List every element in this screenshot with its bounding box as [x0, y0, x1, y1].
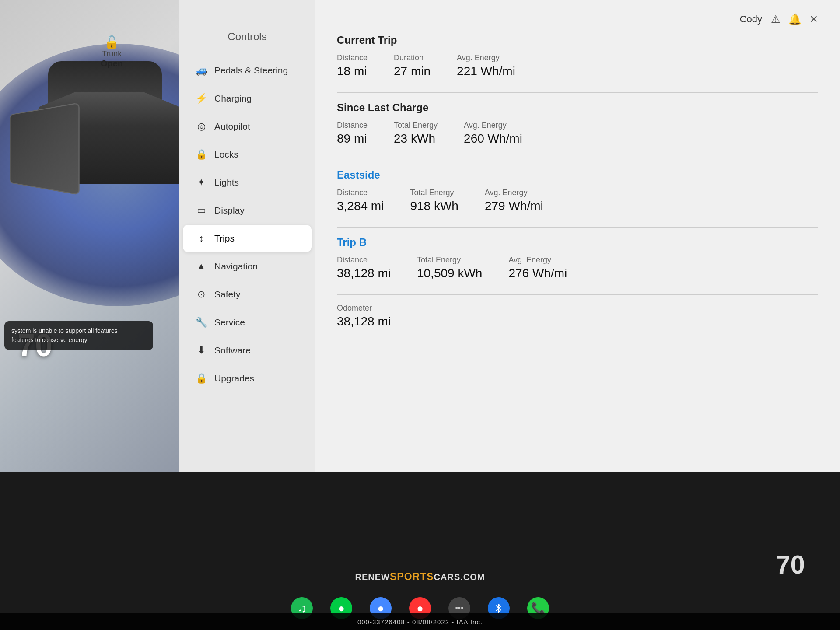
- divider-1: [337, 92, 818, 93]
- navigation-icon: ▲: [195, 261, 207, 272]
- sidebar-item-display[interactable]: ▭ Display: [183, 197, 312, 224]
- sidebar-lights-label: Lights: [214, 177, 239, 188]
- since-charge-avg-energy-value: 260 Wh/mi: [464, 132, 522, 146]
- sidebar-display-label: Display: [214, 205, 245, 216]
- sidebar-charging-label: Charging: [214, 93, 252, 104]
- since-last-charge-stats: Distance 89 mi Total Energy 23 kWh Avg. …: [337, 121, 818, 146]
- content-area: Cody ⚠ 🔔 ✕ Current Trip Distance 18 mi D…: [315, 0, 840, 472]
- trip-b-distance-value: 38,128 mi: [337, 266, 391, 280]
- current-trip-distance: Distance 18 mi: [337, 53, 368, 78]
- warning-icon: ⚠: [771, 13, 780, 25]
- eastside-stats: Distance 3,284 mi Total Energy 918 kWh A…: [337, 188, 818, 213]
- user-name: Cody: [740, 14, 762, 25]
- current-trip-avg-energy-label: Avg. Energy: [457, 53, 515, 63]
- software-icon: ⬇: [195, 345, 207, 356]
- current-trip-avg-energy: Avg. Energy 221 Wh/mi: [457, 53, 515, 78]
- sidebar-item-locks[interactable]: 🔒 Locks: [183, 141, 312, 168]
- current-trip-section: Current Trip Distance 18 mi Duration 27 …: [337, 34, 818, 78]
- eastside-distance-label: Distance: [337, 188, 384, 197]
- since-charge-avg-energy: Avg. Energy 260 Wh/mi: [464, 121, 522, 146]
- eastside-distance: Distance 3,284 mi: [337, 188, 384, 213]
- watermark-renew: RENEW: [355, 572, 390, 582]
- since-charge-total-energy-value: 23 kWh: [394, 132, 438, 146]
- since-charge-total-energy-label: Total Energy: [394, 121, 438, 130]
- pedals-icon: 🚙: [195, 65, 207, 76]
- sidebar-item-service[interactable]: 🔧 Service: [183, 309, 312, 336]
- charging-icon: ⚡: [195, 93, 207, 104]
- car-door: [10, 102, 79, 195]
- current-trip-stats: Distance 18 mi Duration 27 min Avg. Ener…: [337, 53, 818, 78]
- current-trip-distance-value: 18 mi: [337, 64, 368, 78]
- trip-b-title[interactable]: Trip B: [337, 236, 818, 248]
- sidebar-autopilot-label: Autopilot: [214, 121, 250, 132]
- trip-b-avg-energy: Avg. Energy 276 Wh/mi: [508, 256, 567, 280]
- odometer-label: Odometer: [337, 304, 391, 313]
- since-charge-distance-value: 89 mi: [337, 132, 368, 146]
- warning-line1: system is unable to support all features: [11, 326, 146, 336]
- odometer-value: 38,128 mi: [337, 315, 391, 329]
- sidebar-item-autopilot[interactable]: ◎ Autopilot: [183, 113, 312, 140]
- current-trip-duration: Duration 27 min: [394, 53, 430, 78]
- trip-b-stats: Distance 38,128 mi Total Energy 10,509 k…: [337, 256, 818, 280]
- watermark-sports: SPORTS: [390, 571, 434, 582]
- trip-b-distance: Distance 38,128 mi: [337, 256, 391, 280]
- sidebar-trips-label: Trips: [214, 233, 234, 244]
- sidebar-item-charging[interactable]: ⚡ Charging: [183, 85, 312, 112]
- watermark-overlay: RENEWSPORTSCARS.COM: [0, 571, 840, 583]
- trunk-status: 🔓 Trunk Open: [101, 35, 123, 69]
- sidebar-item-software[interactable]: ⬇ Software: [183, 337, 312, 364]
- eastside-avg-energy-value: 279 Wh/mi: [485, 199, 543, 213]
- warning-line2: features to conserve energy: [11, 336, 146, 345]
- trips-icon: ↕: [195, 233, 207, 244]
- sidebar-upgrades-label: Upgrades: [214, 373, 254, 384]
- sidebar-nav: Controls 🚙 Pedals & Steering ⚡ Charging …: [179, 0, 315, 472]
- divider-2: [337, 160, 818, 160]
- trip-b-total-energy: Total Energy 10,509 kWh: [417, 256, 482, 280]
- since-charge-distance: Distance 89 mi: [337, 121, 368, 146]
- odometer-group: Odometer 38,128 mi: [337, 304, 391, 329]
- divider-3: [337, 227, 818, 228]
- sidebar-software-label: Software: [214, 345, 251, 356]
- since-charge-distance-label: Distance: [337, 121, 368, 130]
- sidebar-locks-label: Locks: [214, 149, 238, 160]
- lights-icon: ✦: [195, 177, 207, 188]
- since-last-charge-section: Since Last Charge Distance 89 mi Total E…: [337, 102, 818, 146]
- since-charge-total-energy: Total Energy 23 kWh: [394, 121, 438, 146]
- eastside-distance-value: 3,284 mi: [337, 199, 384, 213]
- trip-b-total-energy-label: Total Energy: [417, 256, 482, 265]
- trip-b-total-energy-value: 10,509 kWh: [417, 266, 482, 280]
- sidebar-navigation-label: Navigation: [214, 261, 258, 272]
- upgrades-icon: 🔒: [195, 373, 207, 384]
- sidebar-item-pedals[interactable]: 🚙 Pedals & Steering: [183, 57, 312, 84]
- sidebar-item-lights[interactable]: ✦ Lights: [183, 169, 312, 196]
- sidebar-item-navigation[interactable]: ▲ Navigation: [183, 253, 312, 280]
- current-trip-distance-label: Distance: [337, 53, 368, 63]
- sidebar-item-trips[interactable]: ↕ Trips: [183, 225, 312, 252]
- locks-icon: 🔒: [195, 149, 207, 160]
- trunk-label: Trunk: [101, 49, 123, 59]
- bell-icon: 🔔: [788, 13, 802, 25]
- trunk-value: Open: [101, 59, 123, 69]
- current-trip-avg-energy-value: 221 Wh/mi: [457, 64, 515, 78]
- header-icons: ⚠ 🔔 ✕: [771, 13, 818, 25]
- eastside-title[interactable]: Eastside: [337, 169, 818, 181]
- watermark-cars: CARS.COM: [434, 572, 485, 582]
- safety-icon: ⊙: [195, 289, 207, 300]
- autopilot-icon: ◎: [195, 121, 207, 132]
- service-icon: 🔧: [195, 317, 207, 328]
- trip-b-distance-label: Distance: [337, 256, 391, 265]
- system-warning-message: system is unable to support all features…: [4, 321, 153, 350]
- trip-b-avg-energy-value: 276 Wh/mi: [508, 266, 567, 280]
- sidebar-item-upgrades[interactable]: 🔒 Upgrades: [183, 365, 312, 392]
- trunk-icon: 🔓: [101, 35, 123, 49]
- eastside-avg-energy-label: Avg. Energy: [485, 188, 543, 197]
- display-icon: ▭: [195, 205, 207, 216]
- sidebar-service-label: Service: [214, 317, 245, 328]
- trip-b-avg-energy-label: Avg. Energy: [508, 256, 567, 265]
- odometer-section: Odometer 38,128 mi: [337, 304, 818, 329]
- since-charge-avg-energy-label: Avg. Energy: [464, 121, 522, 130]
- current-trip-title: Current Trip: [337, 34, 818, 46]
- odometer-stats: Odometer 38,128 mi: [337, 304, 818, 329]
- sidebar-item-safety[interactable]: ⊙ Safety: [183, 281, 312, 308]
- divider-4: [337, 294, 818, 295]
